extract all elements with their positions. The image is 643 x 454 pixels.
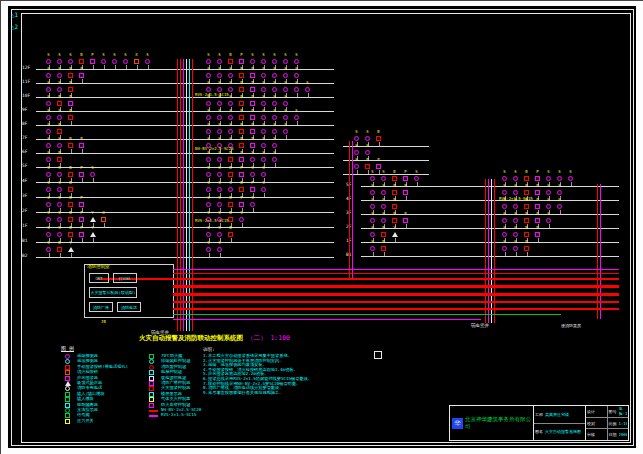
device-mc-icon xyxy=(524,176,529,181)
device-tag: S xyxy=(554,170,565,174)
device-tag: S xyxy=(367,184,378,188)
company-logo-icon: 华 xyxy=(452,418,463,429)
device-bl-icon xyxy=(250,129,255,134)
device-tag: P xyxy=(400,184,411,188)
project-row: 工程 某高层住宅楼 xyxy=(534,406,585,424)
device-sd-icon xyxy=(261,59,266,64)
device-sd-icon xyxy=(206,172,211,177)
device-tag: S xyxy=(280,81,291,85)
device-tag: S xyxy=(362,130,373,134)
device-tag: S xyxy=(214,166,225,170)
device-tag: S xyxy=(411,170,422,174)
device-sd-icon xyxy=(513,176,518,181)
device-mc-icon xyxy=(228,157,233,162)
floor-label: B1 xyxy=(22,239,27,244)
device-bl-icon xyxy=(535,190,540,195)
device-sd-icon xyxy=(370,190,375,195)
device-tag: S xyxy=(43,95,54,99)
device-mc-icon xyxy=(68,115,73,120)
device-sd-icon xyxy=(546,218,551,223)
annotation-text: JB xyxy=(101,320,106,324)
device-bl-icon xyxy=(239,172,244,177)
device-sd-icon xyxy=(46,202,51,207)
device-mc-icon xyxy=(365,164,370,169)
fields-row: 设计 图号 电施-12 xyxy=(586,406,628,418)
device-sd-icon xyxy=(261,187,266,192)
device-tag: B xyxy=(521,226,532,230)
device-tag: B xyxy=(225,53,236,57)
device-tag: S xyxy=(43,67,54,71)
device-sd-icon xyxy=(261,129,266,134)
legend-symbol-iso-icon xyxy=(65,403,70,408)
device-stem xyxy=(71,253,72,257)
device-sd-icon xyxy=(46,87,51,92)
device-tag: B xyxy=(225,166,236,170)
floor-line xyxy=(361,242,619,243)
legend-symbol-w2-icon xyxy=(149,415,158,417)
device-tag: S xyxy=(280,53,291,57)
device-bl-icon xyxy=(239,202,244,207)
device-bl-icon xyxy=(79,202,84,207)
device-tag: S xyxy=(43,226,54,230)
device-sd-icon xyxy=(546,190,551,195)
riser-line xyxy=(192,59,193,331)
device-sd-icon xyxy=(206,247,211,252)
device-stem xyxy=(297,93,298,97)
device-mc-icon xyxy=(68,202,73,207)
device-tag: P xyxy=(236,166,247,170)
device-stem xyxy=(115,65,116,69)
device-mc-icon xyxy=(392,176,397,181)
device-tag: S xyxy=(499,212,510,216)
device-tag: S xyxy=(214,81,225,85)
device-mc-icon xyxy=(79,59,84,64)
device-mc-icon xyxy=(524,246,529,251)
device-tag: S xyxy=(554,198,565,202)
legend-item-label: 感温探测器 xyxy=(77,359,98,363)
device-sd-icon xyxy=(546,176,551,181)
riser-line xyxy=(349,141,350,280)
device-stem xyxy=(538,238,539,242)
device-tag: Y xyxy=(389,226,400,230)
title-block: 华 北京神华建筑事务所有限公司 工程 某高层住宅楼 图名 火灾自动报警系统图 设… xyxy=(449,405,629,441)
device-tag: B xyxy=(389,170,400,174)
floor-label: 12F xyxy=(22,66,30,71)
device-sd-icon xyxy=(294,115,299,120)
device-bl-icon xyxy=(403,218,408,223)
device-tag: S xyxy=(214,211,225,215)
trunk-cable xyxy=(173,314,561,315)
check-label: 校对 xyxy=(587,421,595,426)
device-tag: S xyxy=(43,166,54,170)
device-stem xyxy=(93,178,94,182)
device-mc-icon xyxy=(524,232,529,237)
floor-label: 11F xyxy=(22,80,30,85)
legend-symbol-pump-icon xyxy=(149,365,154,370)
legend-symbol-bl-icon xyxy=(65,376,70,381)
device-mc-icon xyxy=(68,143,73,148)
device-tag: S xyxy=(43,196,54,200)
device-tag: S xyxy=(203,196,214,200)
device-tag: S xyxy=(258,151,269,155)
device-sd-icon xyxy=(228,187,233,192)
device-bl-icon xyxy=(250,143,255,148)
device-tag: S xyxy=(510,226,521,230)
device-sd-icon xyxy=(217,247,222,252)
device-sd-icon xyxy=(261,172,266,177)
device-tag: S xyxy=(269,109,280,113)
device-bl-icon xyxy=(250,73,255,78)
device-tag: P xyxy=(236,151,247,155)
device-tag: P xyxy=(76,137,87,141)
device-tag: S xyxy=(258,53,269,57)
device-stem xyxy=(60,253,61,257)
device-bl-icon xyxy=(79,143,84,148)
device-stem xyxy=(82,178,83,182)
legend-symbol-dp-icon xyxy=(149,392,154,397)
device-tag: S xyxy=(214,181,225,185)
device-tag: S xyxy=(269,151,280,155)
device-mc-icon xyxy=(228,59,233,64)
device-tag: P xyxy=(247,137,258,141)
device-tag: S xyxy=(247,196,258,200)
riser-line xyxy=(183,59,184,331)
device-tag: B xyxy=(521,170,532,174)
device-sd-icon xyxy=(46,172,51,177)
legend-symbol-fi-icon xyxy=(65,408,70,413)
